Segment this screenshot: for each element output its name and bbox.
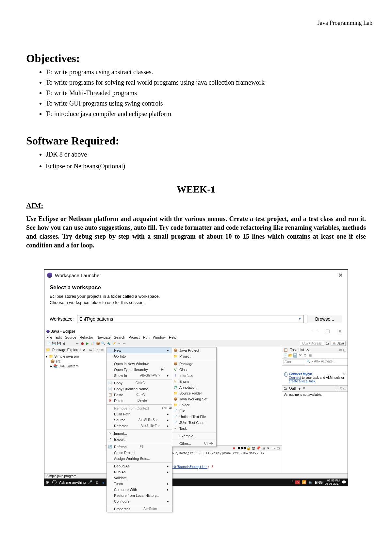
debug-icon[interactable]: 🐞: [80, 341, 84, 345]
menu-item[interactable]: Validate: [107, 475, 172, 481]
open-perspective-icon[interactable]: 🗂: [325, 341, 329, 345]
menu-item[interactable]: EEnum: [172, 378, 216, 384]
menu-file[interactable]: File: [46, 335, 52, 339]
menu-item[interactable]: Go Into: [107, 353, 172, 359]
new-class-icon[interactable]: 📦: [96, 341, 100, 345]
menu-item[interactable]: SourceAlt+Shift+S >▸: [107, 417, 172, 423]
skip-icon[interactable]: ⤼: [75, 341, 79, 345]
tasklist-view-icon[interactable]: ▤: [308, 354, 312, 358]
menu-item[interactable]: 📦Package: [172, 361, 216, 367]
menu-item[interactable]: 🔄RefreshF5: [107, 444, 172, 450]
perspective-java[interactable]: ☕ Java: [331, 341, 346, 346]
menu-item[interactable]: Build Path▸: [107, 411, 172, 417]
nav-fwd-icon[interactable]: ⇨: [122, 341, 126, 345]
tray-action-center-icon[interactable]: 💬: [342, 480, 346, 484]
menu-item[interactable]: RefactorAlt+Shift+T >▸: [107, 423, 172, 429]
search-icon[interactable]: 🔦: [106, 341, 110, 345]
menu-item[interactable]: Show InAlt+Shift+W >▸: [107, 373, 172, 378]
menu-item[interactable]: 📄Copy Qualified Name: [107, 386, 172, 392]
nav-back-icon[interactable]: ⇦: [117, 341, 121, 345]
menu-item[interactable]: ↗Export...: [107, 436, 172, 442]
mylyn-create-link[interactable]: create a local task: [289, 379, 315, 383]
package-explorer-tab[interactable]: Package Explorer: [52, 348, 81, 352]
menu-item[interactable]: Assign Working Sets...: [107, 456, 172, 462]
clear-console-icon[interactable]: 🗑: [252, 446, 255, 450]
tray-chevron-up-icon[interactable]: ˄: [291, 480, 293, 484]
open-type-icon[interactable]: 🔍: [101, 341, 105, 345]
tray-network-icon[interactable]: 📶: [302, 480, 306, 484]
annotate-icon[interactable]: 📝: [112, 341, 116, 345]
menu-item[interactable]: PropertiesAlt+Enter: [107, 506, 172, 512]
task-view-icon[interactable]: ⎚: [95, 480, 99, 484]
tree-src[interactable]: 📦 src: [50, 359, 104, 364]
menu-source[interactable]: Source: [65, 335, 76, 339]
menu-item[interactable]: @Annotation: [172, 384, 216, 390]
new-icon[interactable]: 📄: [46, 341, 50, 345]
task-find-input[interactable]: [284, 360, 305, 364]
menu-item[interactable]: Example...: [172, 433, 216, 439]
quick-access-input[interactable]: Quick Access: [300, 341, 324, 346]
mylyn-connect-link[interactable]: Connect: [289, 376, 301, 379]
terminate-icon[interactable]: ■: [232, 446, 236, 450]
menu-item[interactable]: 📄JUnit Test Case: [172, 420, 216, 426]
menu-item[interactable]: CClass: [172, 367, 216, 373]
tasklist-cat-icon[interactable]: 📂: [288, 354, 292, 358]
menu-item[interactable]: Compare With▸: [107, 487, 172, 493]
menu-item[interactable]: Remove from ContextCtrl+Alt+Shift+Down: [107, 405, 172, 411]
panel-max-icon[interactable]: ▢: [276, 446, 280, 450]
run-icon[interactable]: ▶: [86, 341, 90, 345]
menu-item[interactable]: 📦Java Working Set: [172, 396, 216, 402]
cortana-icon[interactable]: [52, 480, 57, 484]
menu-search[interactable]: Search: [114, 335, 125, 339]
menu-item[interactable]: Open Type HierarchyF4: [107, 367, 172, 373]
menu-item[interactable]: Other...Ctrl+N: [172, 441, 216, 446]
pin-console-icon[interactable]: 📌: [256, 446, 260, 450]
menu-item[interactable]: Configure▸: [107, 498, 172, 504]
menu-item[interactable]: Close Project: [107, 450, 172, 456]
menu-item[interactable]: 📦Java Project: [172, 347, 216, 353]
close-icon[interactable]: ✕: [335, 329, 346, 334]
tray-language[interactable]: ENG: [315, 480, 323, 484]
menu-item[interactable]: 📋PasteCtrl+V: [107, 392, 172, 398]
menu-item[interactable]: Open in New Window: [107, 361, 172, 367]
menu-project[interactable]: Project: [128, 335, 139, 339]
menu-item[interactable]: 📄CopyCtrl+C: [107, 380, 172, 386]
remove-launch-icon[interactable]: ✖: [237, 446, 241, 450]
tasklist-filter-icon[interactable]: ⚙: [303, 354, 307, 358]
maximize-icon[interactable]: ☐: [322, 329, 334, 334]
menu-item[interactable]: 📁Project...: [172, 353, 216, 359]
tasklist-x-icon[interactable]: ✖: [298, 354, 302, 358]
task-filter-activate[interactable]: Activate...: [321, 360, 335, 363]
remove-all-icon[interactable]: ✖✖: [242, 446, 246, 450]
menu-item[interactable]: IInterface: [172, 373, 216, 378]
save-icon[interactable]: 💾: [52, 341, 56, 345]
task-filter-all[interactable]: All: [314, 360, 318, 363]
tasklist-sync-icon[interactable]: 🔄: [293, 354, 297, 358]
tray-volume-icon[interactable]: 🔈: [308, 480, 313, 484]
coverage-icon[interactable]: 📊: [91, 341, 95, 345]
save-all-icon[interactable]: 💾: [57, 341, 61, 345]
menu-item[interactable]: ✓Task: [172, 426, 216, 431]
menu-item[interactable]: Restore from Local History...: [107, 493, 172, 498]
close-icon[interactable]: ✕: [336, 272, 345, 279]
display-selected-icon[interactable]: 🖥: [261, 446, 265, 450]
task-find-search-icon[interactable]: 🔍: [306, 360, 310, 364]
print-icon[interactable]: 🖨: [62, 341, 66, 345]
minimize-icon[interactable]: —: [310, 329, 321, 334]
menu-refactor[interactable]: Refactor: [80, 335, 93, 339]
menu-item[interactable]: New▸: [107, 347, 172, 353]
menu-item[interactable]: 📁Folder: [172, 402, 216, 408]
browse-button[interactable]: Browse...: [307, 315, 342, 323]
mic-icon[interactable]: 🎤: [88, 480, 92, 484]
menu-run[interactable]: Run: [143, 335, 150, 339]
menu-window[interactable]: Window: [153, 335, 166, 339]
panel-min-icon[interactable]: ▭: [271, 446, 275, 450]
outline-tab[interactable]: Outline: [289, 386, 301, 390]
menu-help[interactable]: Help: [169, 335, 176, 339]
menu-item[interactable]: Debug As▸: [107, 463, 172, 469]
menu-edit[interactable]: Edit: [56, 335, 62, 339]
task-list-tab[interactable]: Task List: [290, 348, 304, 352]
menu-item[interactable]: ✖DeleteDelete: [107, 398, 172, 404]
menu-item[interactable]: ↘Import...: [107, 430, 172, 436]
tasklist-new-icon[interactable]: 📄: [284, 354, 287, 358]
